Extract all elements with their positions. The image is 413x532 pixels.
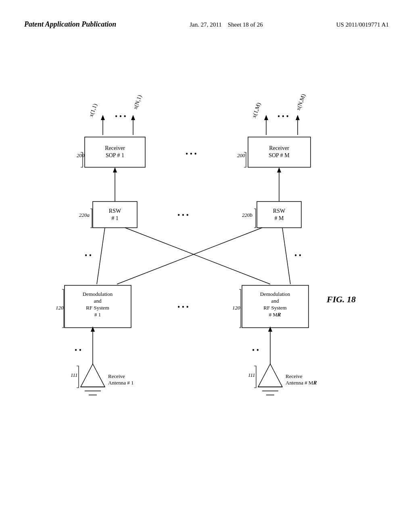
bracket-200b-label: 200 [237, 152, 245, 158]
signal-x11-label: x(1,1) [88, 103, 99, 118]
dots-demod-mid: • • • [177, 303, 189, 311]
dots-demod1-ant: • • [75, 346, 81, 354]
antM-label1: Receive [286, 373, 302, 379]
demodM-label2: and [271, 298, 279, 304]
rsw1-label-line2: # 1 [111, 215, 119, 221]
rsw1-label-line1: RSW [109, 208, 121, 214]
diagram-svg: x(1,1) x(N,1) • • • Receiver SOP # 1 200… [32, 60, 395, 484]
demod1-label2: and [94, 298, 102, 304]
header-patent: US 2011/0019771 A1 [336, 21, 389, 28]
dots-rsw-mid: • • • [177, 211, 189, 219]
antennaM-symbol [258, 364, 282, 387]
bracket-111b-label: 111 [248, 372, 255, 378]
header: Patent Application Publication Jan. 27, … [24, 20, 389, 29]
bracket-200a-label: 200 [77, 152, 85, 158]
rsw1-box [93, 202, 137, 228]
svg-marker-20 [277, 167, 281, 172]
dots-top-right: • • • [277, 112, 289, 121]
patent-publication-title: Patent Application Publication [24, 20, 116, 29]
ant1-label1: Receive [108, 373, 125, 379]
bracket-120a-label: 120 [56, 305, 64, 311]
receiverM-label1: Receiver [269, 145, 289, 151]
bracket-220a-label: 220a [79, 212, 90, 218]
dots-receivers-mid: • • • [186, 150, 197, 158]
rswM-label1: RSW [273, 208, 286, 214]
rswM-box [257, 202, 301, 228]
page: Patent Application Publication Jan. 27, … [0, 0, 413, 532]
fig-label: FIG. 18 [326, 294, 356, 304]
dots-demodM-ant: • • [252, 346, 259, 354]
svg-line-9 [282, 228, 290, 284]
signal-x1M-label: x(1,M) [251, 102, 263, 119]
rswM-label2: # M [275, 215, 284, 221]
svg-marker-18 [296, 115, 300, 120]
svg-marker-3 [131, 115, 135, 120]
demod1-label1: Demodulation [83, 291, 113, 297]
receiverM-label2: SOP # M [269, 152, 290, 158]
header-date: Jan. 27, 2011 [190, 21, 221, 28]
diagram-area: x(1,1) x(N,1) • • • Receiver SOP # 1 200… [24, 60, 389, 500]
svg-line-6 [97, 228, 105, 284]
svg-line-7 [125, 228, 270, 284]
antenna1-symbol [81, 364, 105, 387]
header-sheet: Sheet 18 of 26 [228, 21, 263, 28]
receiver1-label-line2: SOP # 1 [106, 152, 124, 158]
dots-top-left: • • • [115, 112, 126, 121]
signal-xNM-label: x(N,M) [295, 93, 307, 112]
ant1-label2: Antenna # 1 [108, 380, 134, 386]
bracket-120b-label: 120 [232, 305, 240, 311]
demodM-label4: # M𝑹 [269, 312, 281, 318]
demod1-label3: RF System [86, 305, 109, 311]
demod1-label4: # 1 [94, 312, 101, 318]
receiver1-label-line1: Receiver [105, 145, 125, 151]
svg-marker-22 [268, 326, 272, 332]
svg-marker-5 [113, 167, 117, 172]
svg-marker-16 [264, 115, 268, 120]
dots-cross-left: • • [85, 251, 92, 260]
svg-line-8 [117, 228, 262, 284]
signal-xN1-label: x(N,1) [132, 94, 143, 110]
dots-cross-right: • • [294, 251, 301, 260]
demodM-label3: RF System [263, 305, 286, 311]
svg-marker-1 [101, 115, 105, 120]
demodM-label1: Demodulation [260, 291, 290, 297]
antM-label2: Antenna # M𝑹 [286, 380, 317, 386]
header-date-sheet: Jan. 27, 2011 Sheet 18 of 26 [190, 21, 263, 28]
bracket-111a-label: 111 [71, 372, 78, 378]
bracket-220b-label: 220b [242, 212, 253, 218]
svg-marker-11 [91, 326, 95, 332]
